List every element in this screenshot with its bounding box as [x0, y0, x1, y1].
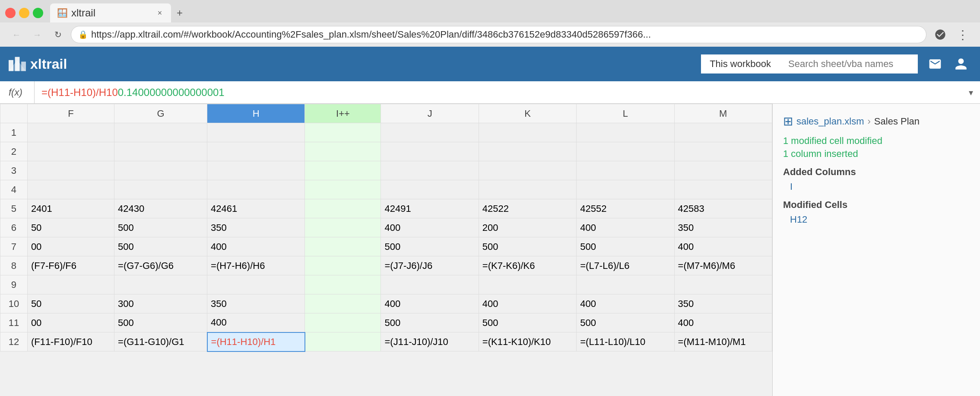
cell-L10[interactable]: 400	[577, 294, 674, 313]
cell-G3[interactable]	[114, 161, 207, 180]
cell-I11[interactable]	[305, 313, 381, 332]
cell-F3[interactable]	[27, 161, 114, 180]
file-name-link[interactable]: sales_plan.xlsm	[796, 116, 864, 127]
cell-F8[interactable]: (F7-F6)/F6	[27, 256, 114, 275]
cell-L7[interactable]: 500	[577, 237, 674, 256]
cell-I10[interactable]	[305, 294, 381, 313]
cell-H2[interactable]	[207, 142, 305, 161]
cell-L3[interactable]	[577, 161, 674, 180]
cell-K3[interactable]	[479, 161, 576, 180]
cell-I12[interactable]	[305, 332, 381, 351]
cell-F11[interactable]: 00	[27, 313, 114, 332]
cell-J8[interactable]: =(J7-J6)/J6	[381, 256, 479, 275]
traffic-light-red[interactable]	[5, 8, 16, 18]
cell-M10[interactable]: 350	[674, 294, 772, 313]
formula-dropdown-icon[interactable]: ▾	[969, 87, 980, 98]
cell-I5[interactable]	[305, 199, 381, 218]
cell-H7[interactable]: 400	[207, 237, 305, 256]
cell-K5[interactable]: 42522	[479, 199, 576, 218]
cell-K8[interactable]: =(K7-K6)/K6	[479, 256, 576, 275]
cell-G5[interactable]: 42430	[114, 199, 207, 218]
cell-J6[interactable]: 400	[381, 218, 479, 237]
col-header-K[interactable]: K	[479, 104, 576, 123]
address-bar[interactable]: 🔒 https://app.xltrail.com/#/workbook/Acc…	[71, 26, 926, 43]
col-header-I[interactable]: I++	[305, 104, 381, 123]
cell-M11[interactable]: 400	[674, 313, 772, 332]
cell-L5[interactable]: 42552	[577, 199, 674, 218]
cell-K2[interactable]	[479, 142, 576, 161]
reload-button[interactable]: ↻	[50, 27, 66, 42]
cell-M7[interactable]: 400	[674, 237, 772, 256]
cell-H10[interactable]: 350	[207, 294, 305, 313]
cell-J12[interactable]: =(J11-J10)/J10	[381, 332, 479, 351]
cell-I2[interactable]	[305, 142, 381, 161]
traffic-light-green[interactable]	[33, 8, 43, 18]
cell-L6[interactable]: 400	[577, 218, 674, 237]
cell-J7[interactable]: 500	[381, 237, 479, 256]
col-header-F[interactable]: F	[27, 104, 114, 123]
cell-H11[interactable]: 400	[207, 313, 305, 332]
cell-K1[interactable]	[479, 123, 576, 142]
cell-J9[interactable]	[381, 275, 479, 294]
profile-button[interactable]	[932, 26, 949, 43]
cell-M4[interactable]	[674, 180, 772, 199]
col-header-H[interactable]: H	[207, 104, 305, 123]
back-button[interactable]: ←	[9, 27, 24, 42]
cell-F5[interactable]: 2401	[27, 199, 114, 218]
cell-L9[interactable]	[577, 275, 674, 294]
cell-F12[interactable]: (F11-F10)/F10	[27, 332, 114, 351]
traffic-light-yellow[interactable]	[19, 8, 29, 18]
cell-G7[interactable]: 500	[114, 237, 207, 256]
inbox-button[interactable]	[925, 54, 945, 74]
col-header-L[interactable]: L	[577, 104, 674, 123]
cell-I8[interactable]	[305, 256, 381, 275]
cell-H3[interactable]	[207, 161, 305, 180]
cell-H4[interactable]	[207, 180, 305, 199]
cell-K9[interactable]	[479, 275, 576, 294]
cell-G2[interactable]	[114, 142, 207, 161]
cell-G11[interactable]: 500	[114, 313, 207, 332]
cell-I9[interactable]	[305, 275, 381, 294]
cell-K10[interactable]: 400	[479, 294, 576, 313]
col-header-J[interactable]: J	[381, 104, 479, 123]
cell-I1[interactable]	[305, 123, 381, 142]
cell-L8[interactable]: =(L7-L6)/L6	[577, 256, 674, 275]
cell-G1[interactable]	[114, 123, 207, 142]
cell-M2[interactable]	[674, 142, 772, 161]
cell-K11[interactable]: 500	[479, 313, 576, 332]
cell-F6[interactable]: 50	[27, 218, 114, 237]
active-tab[interactable]: 🪟 xltrail ×	[50, 3, 171, 22]
cell-L1[interactable]	[577, 123, 674, 142]
cell-J10[interactable]: 400	[381, 294, 479, 313]
search-workbook-button[interactable]: This workbook	[701, 54, 780, 73]
cell-J11[interactable]: 500	[381, 313, 479, 332]
cell-M8[interactable]: =(M7-M6)/M6	[674, 256, 772, 275]
cell-J3[interactable]	[381, 161, 479, 180]
cell-F10[interactable]: 50	[27, 294, 114, 313]
new-tab-button[interactable]: +	[173, 6, 187, 20]
cell-F2[interactable]	[27, 142, 114, 161]
cell-L4[interactable]	[577, 180, 674, 199]
cell-L12[interactable]: =(L11-L10)/L10	[577, 332, 674, 351]
cell-H1[interactable]	[207, 123, 305, 142]
spreadsheet-area[interactable]: F G H I++ J K L M 1	[0, 104, 773, 396]
cell-H8[interactable]: =(H7-H6)/H6	[207, 256, 305, 275]
cell-M12[interactable]: =(M11-M10)/M1	[674, 332, 772, 351]
cell-G9[interactable]	[114, 275, 207, 294]
profile-avatar-button[interactable]	[951, 54, 971, 74]
cell-L2[interactable]	[577, 142, 674, 161]
cell-M9[interactable]	[674, 275, 772, 294]
cell-G4[interactable]	[114, 180, 207, 199]
cell-J5[interactable]: 42491	[381, 199, 479, 218]
cell-I3[interactable]	[305, 161, 381, 180]
cell-M1[interactable]	[674, 123, 772, 142]
cell-H12[interactable]: =(H11-H10)/H1	[207, 332, 305, 351]
cell-K12[interactable]: =(K11-K10)/K10	[479, 332, 576, 351]
col-header-M[interactable]: M	[674, 104, 772, 123]
cell-K4[interactable]	[479, 180, 576, 199]
cell-H6[interactable]: 350	[207, 218, 305, 237]
cell-K7[interactable]: 500	[479, 237, 576, 256]
cell-L11[interactable]: 500	[577, 313, 674, 332]
col-header-G[interactable]: G	[114, 104, 207, 123]
search-names-input[interactable]	[780, 54, 918, 73]
